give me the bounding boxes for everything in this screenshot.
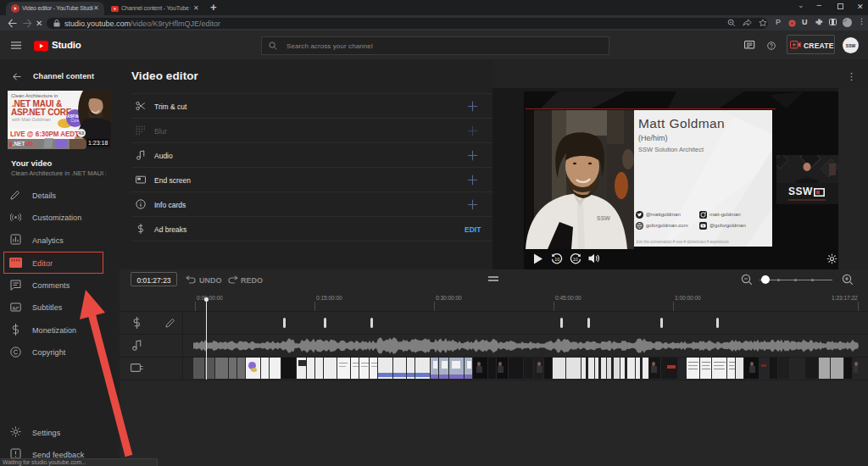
svg-text:10: 10	[554, 257, 559, 262]
svg-text:SSW: SSW	[846, 43, 856, 48]
svg-text:4.0: 4.0	[79, 131, 85, 136]
svg-text:SSW: SSW	[597, 215, 610, 221]
svg-text:10: 10	[573, 257, 578, 262]
